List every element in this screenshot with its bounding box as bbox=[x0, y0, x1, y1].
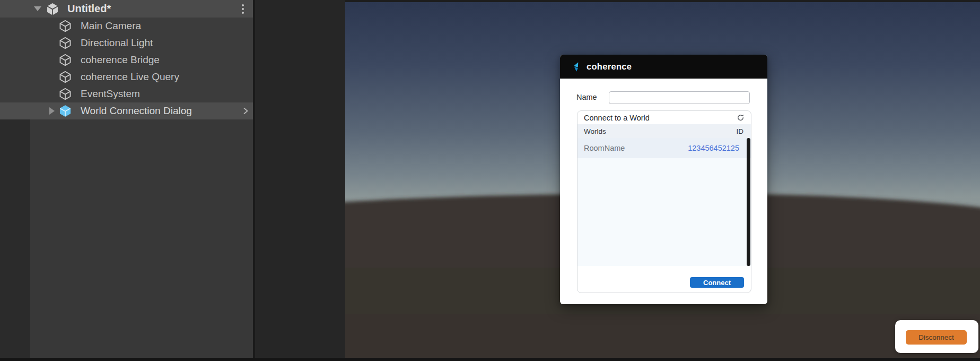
bottom-edge bbox=[0, 358, 980, 361]
disconnect-panel: Disconnect bbox=[895, 320, 978, 353]
hierarchy-item-coherence-live-query[interactable]: coherence Live Query bbox=[0, 68, 253, 85]
hierarchy-item-main-camera[interactable]: Main Camera bbox=[0, 18, 253, 35]
connect-button[interactable]: Connect bbox=[690, 277, 744, 288]
scene-foldout-arrow[interactable] bbox=[32, 6, 43, 11]
name-label: Name bbox=[576, 93, 597, 101]
world-connection-dialog: coherence Name Connect to a World Worlds… bbox=[560, 55, 767, 304]
hierarchy-list: Main CameraDirectional Lightcoherence Br… bbox=[0, 18, 253, 119]
refresh-icon[interactable] bbox=[737, 114, 745, 122]
brand-name: coherence bbox=[587, 62, 632, 72]
worlds-table-header: Worlds ID bbox=[578, 124, 751, 138]
hierarchy-empty-area bbox=[0, 119, 30, 358]
cube-icon bbox=[58, 36, 72, 50]
hierarchy-item-world-connection-dialog[interactable]: World Connection Dialog bbox=[0, 102, 253, 119]
cube-icon bbox=[58, 53, 72, 67]
hierarchy-item-label: World Connection Dialog bbox=[81, 105, 192, 117]
expand-arrow[interactable] bbox=[46, 107, 58, 115]
cube-icon bbox=[58, 70, 72, 84]
dialog-header: coherence bbox=[560, 55, 767, 79]
game-view-top-edge bbox=[345, 0, 980, 2]
world-id: 123456452125 bbox=[688, 144, 739, 152]
name-input[interactable] bbox=[609, 91, 750, 104]
hierarchy-item-label: EventSystem bbox=[81, 88, 140, 100]
panel-divider bbox=[253, 0, 345, 358]
hierarchy-item-label: Directional Light bbox=[81, 37, 153, 49]
scene-menu-button[interactable] bbox=[242, 4, 244, 14]
scene-title: Untitled* bbox=[67, 3, 111, 15]
cube-icon bbox=[58, 19, 72, 33]
disconnect-button[interactable]: Disconnect bbox=[906, 330, 967, 345]
worlds-column-label: Worlds bbox=[584, 127, 606, 135]
prefab-open-chevron-icon[interactable] bbox=[241, 107, 250, 115]
hierarchy-item-coherence-bridge[interactable]: coherence Bridge bbox=[0, 51, 253, 68]
prefab-cube-icon bbox=[58, 104, 72, 118]
worlds-panel-titlebar: Connect to a World bbox=[578, 111, 751, 124]
triangle-right-icon bbox=[49, 107, 55, 115]
world-name: RoomName bbox=[584, 144, 625, 152]
cube-icon bbox=[58, 87, 72, 101]
hierarchy-item-eventsystem[interactable]: EventSystem bbox=[0, 85, 253, 102]
unity-scene-icon bbox=[46, 2, 59, 16]
worlds-scrollbar[interactable] bbox=[747, 138, 750, 266]
id-column-label: ID bbox=[737, 127, 744, 135]
coherence-logo-icon bbox=[571, 61, 583, 73]
hierarchy-panel: Untitled* Main CameraDirectional Lightco… bbox=[0, 0, 253, 358]
scene-header-row[interactable]: Untitled* bbox=[0, 0, 253, 18]
triangle-down-icon bbox=[34, 6, 41, 11]
hierarchy-item-label: coherence Bridge bbox=[81, 54, 160, 66]
worlds-list-empty bbox=[578, 158, 751, 266]
unity-editor: Untitled* Main CameraDirectional Lightco… bbox=[0, 0, 980, 361]
hierarchy-item-label: Main Camera bbox=[81, 20, 141, 32]
world-row-roomname[interactable]: RoomName 123456452125 bbox=[578, 138, 751, 158]
worlds-panel: Connect to a World Worlds ID RoomName 12… bbox=[577, 110, 751, 293]
worlds-panel-title: Connect to a World bbox=[584, 114, 650, 122]
hierarchy-item-label: coherence Live Query bbox=[81, 71, 179, 83]
hierarchy-item-directional-light[interactable]: Directional Light bbox=[0, 35, 253, 51]
